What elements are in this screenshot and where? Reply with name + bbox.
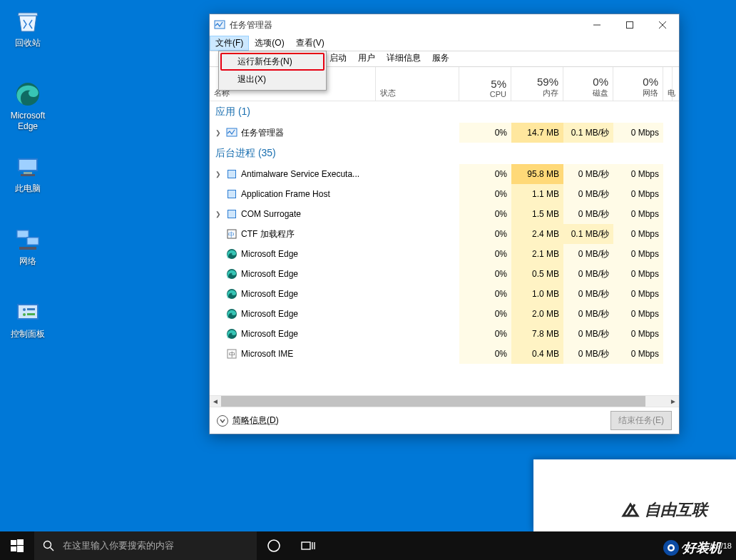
cell-memory: 0.4 MB xyxy=(511,344,563,364)
system-tray[interactable]: 21/12/18 xyxy=(675,531,736,560)
taskbar-search[interactable]: 在这里输入你要搜索的内容 xyxy=(34,531,257,560)
col-memory[interactable]: 59% 内存 xyxy=(511,67,563,101)
process-name: Antimalware Service Executa... xyxy=(241,169,359,179)
process-icon: 中 xyxy=(226,348,237,360)
svg-point-12 xyxy=(23,308,26,311)
menu-file[interactable]: 文件(F) xyxy=(210,36,249,51)
fewer-details-icon[interactable] xyxy=(217,415,228,427)
process-row[interactable]: Microsoft Edge0%1.0 MB0 MB/秒0 Mbps xyxy=(210,284,679,304)
cell-cpu: 0% xyxy=(459,244,511,264)
tray-date[interactable]: 21/12/18 xyxy=(701,541,732,550)
svg-line-40 xyxy=(51,548,54,551)
section-header: 后台进程 (35) xyxy=(210,143,679,164)
cell-cpu: 0% xyxy=(459,324,511,344)
menu-view[interactable]: 查看(V) xyxy=(290,36,330,51)
desktop-icon-0[interactable]: 回收站 xyxy=(1,7,54,49)
cell-cpu: 0% xyxy=(459,123,511,143)
fewer-details-link[interactable]: 简略信息(D) xyxy=(232,414,279,427)
cell-status xyxy=(376,324,459,344)
start-button[interactable] xyxy=(0,531,34,560)
process-icon xyxy=(226,208,237,220)
tab-details[interactable]: 详细信息 xyxy=(381,50,426,66)
svg-rect-38 xyxy=(17,546,24,552)
process-row[interactable]: Microsoft Edge0%2.0 MB0 MB/秒0 Mbps xyxy=(210,304,679,324)
expander-icon[interactable]: ❯ xyxy=(215,170,223,178)
cell-status xyxy=(376,184,459,204)
process-name: Microsoft Edge xyxy=(241,269,298,279)
tab-services[interactable]: 服务 xyxy=(426,50,455,66)
cell-network: 0 Mbps xyxy=(613,344,663,364)
process-name: Microsoft Edge xyxy=(241,249,298,259)
process-icon xyxy=(226,328,237,340)
cell-disk: 0 MB/秒 xyxy=(563,304,613,324)
task-manager-icon xyxy=(214,19,225,31)
process-row[interactable]: ❯任务管理器0%14.7 MB0.1 MB/秒0 Mbps xyxy=(210,123,679,143)
col-power[interactable]: 电 xyxy=(663,67,673,101)
svg-rect-42 xyxy=(302,542,310,549)
cell-status xyxy=(376,344,459,364)
cortana-icon[interactable] xyxy=(257,531,291,560)
svg-rect-15 xyxy=(27,313,35,315)
cell-disk: 0.1 MB/秒 xyxy=(563,123,613,143)
cell-status xyxy=(376,224,459,244)
scroll-thumb[interactable] xyxy=(221,396,645,407)
expander-icon[interactable]: ❯ xyxy=(215,210,223,218)
cell-memory: 0.5 MB xyxy=(511,264,563,284)
horizontal-scrollbar[interactable]: ◄ ► xyxy=(210,395,679,407)
scroll-right-icon[interactable]: ► xyxy=(668,397,679,405)
process-row[interactable]: Microsoft Edge0%0.5 MB0 MB/秒0 Mbps xyxy=(210,264,679,284)
svg-rect-8 xyxy=(28,238,39,245)
recycle-icon xyxy=(14,7,42,36)
process-row[interactable]: Microsoft Edge0%7.8 MB0 MB/秒0 Mbps xyxy=(210,324,679,344)
process-icon xyxy=(226,248,237,260)
tab-startup[interactable]: 启动 xyxy=(324,50,352,66)
cell-network: 0 Mbps xyxy=(613,123,663,143)
svg-rect-13 xyxy=(27,308,35,310)
col-disk[interactable]: 0% 磁盘 xyxy=(563,67,613,101)
menu-options[interactable]: 选项(O) xyxy=(249,36,290,51)
cell-disk: 0 MB/秒 xyxy=(563,204,613,224)
process-row[interactable]: ❯COM Surrogate0%1.5 MB0 MB/秒0 Mbps xyxy=(210,204,679,224)
expander-icon[interactable]: ❯ xyxy=(215,129,223,136)
maximize-button[interactable] xyxy=(613,14,646,36)
titlebar[interactable]: 任务管理器 xyxy=(210,14,679,36)
tray-chevron-up-icon[interactable] xyxy=(675,541,695,550)
process-row[interactable]: 中CTF 加载程序0%2.4 MB0.1 MB/秒0 Mbps xyxy=(210,224,679,244)
cell-cpu: 0% xyxy=(459,344,511,364)
desktop-icon-3[interactable]: 网络 xyxy=(1,225,54,267)
svg-rect-18 xyxy=(627,22,633,29)
tab-users[interactable]: 用户 xyxy=(352,50,381,66)
cell-name: ❯Antimalware Service Executa... xyxy=(210,164,376,184)
process-row[interactable]: ❯Antimalware Service Executa...0%95.8 MB… xyxy=(210,164,679,184)
desktop-icon-4[interactable]: 控制面板 xyxy=(1,298,54,340)
svg-text:中: 中 xyxy=(228,231,235,238)
col-cpu[interactable]: 5% CPU xyxy=(459,67,511,101)
process-icon: 中 xyxy=(226,228,237,240)
process-row[interactable]: Microsoft Edge0%2.1 MB0 MB/秒0 Mbps xyxy=(210,244,679,264)
end-task-button[interactable]: 结束任务(E) xyxy=(610,411,672,430)
desktop-icon-2[interactable]: 此电脑 xyxy=(1,153,54,194)
scroll-left-icon[interactable]: ◄ xyxy=(210,397,221,405)
cell-status xyxy=(376,244,459,264)
cell-memory: 1.5 MB xyxy=(511,204,563,224)
col-network[interactable]: 0% 网络 xyxy=(613,67,663,101)
cell-network: 0 Mbps xyxy=(613,304,663,324)
menu-run-new-task[interactable]: 运行新任务(N) xyxy=(220,53,324,71)
process-row[interactable]: Application Frame Host0%1.1 MB0 MB/秒0 Mb… xyxy=(210,184,679,204)
grid-body[interactable]: 应用 (1)❯任务管理器0%14.7 MB0.1 MB/秒0 Mbps后台进程 … xyxy=(210,101,679,395)
cell-memory: 14.7 MB xyxy=(511,123,563,143)
cell-network: 0 Mbps xyxy=(613,324,663,344)
cell-memory: 95.8 MB xyxy=(511,164,563,184)
desktop-icon-1[interactable]: Microsoft Edge xyxy=(1,80,54,132)
process-row[interactable]: 中Microsoft IME0%0.4 MB0 MB/秒0 Mbps xyxy=(210,344,679,364)
edge-icon xyxy=(14,80,42,108)
cell-memory: 2.1 MB xyxy=(511,244,563,264)
cell-disk: 0 MB/秒 xyxy=(563,264,613,284)
cell-disk: 0 MB/秒 xyxy=(563,244,613,264)
minimize-button[interactable] xyxy=(581,14,613,36)
menu-exit[interactable]: 退出(X) xyxy=(220,71,324,88)
process-name: Microsoft Edge xyxy=(241,329,298,339)
col-status[interactable]: 状态 xyxy=(376,67,459,101)
close-button[interactable] xyxy=(646,14,679,36)
task-view-icon[interactable] xyxy=(291,531,325,560)
